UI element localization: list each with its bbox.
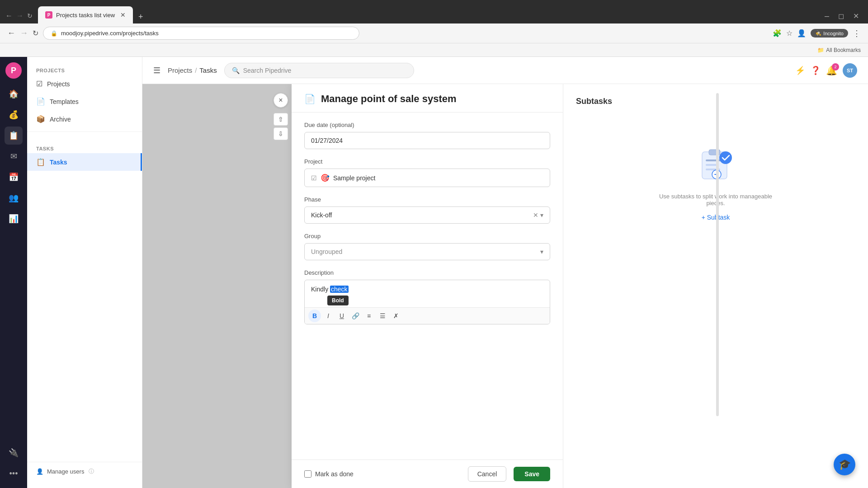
rail-icon-mail[interactable]: ✉ bbox=[5, 147, 23, 165]
url-text: moodjoy.pipedrive.com/projects/tasks bbox=[61, 30, 159, 37]
task-title-icon: 📄 bbox=[304, 94, 316, 104]
project-value: Sample project bbox=[333, 174, 375, 182]
forward-button[interactable]: → bbox=[16, 12, 24, 20]
mark-done-wrap[interactable]: Mark as done bbox=[304, 470, 354, 478]
clear-format-button[interactable]: ✗ bbox=[390, 310, 402, 322]
bold-tooltip: Bold bbox=[327, 296, 349, 305]
panel-header: 📄 Manage point of sale system bbox=[292, 84, 563, 113]
mark-done-checkbox[interactable] bbox=[304, 470, 311, 478]
subtasks-empty-state: Use subtasks to split work into manageab… bbox=[576, 115, 855, 251]
tab-close-button[interactable]: ✕ bbox=[120, 11, 126, 19]
mark-done-label: Mark as done bbox=[315, 470, 354, 478]
tasks-icon: 📋 bbox=[36, 158, 45, 166]
due-date-label: Due date (optional) bbox=[304, 122, 550, 128]
phase-select[interactable]: Kick-off ✕ ▾ bbox=[304, 206, 550, 224]
sidebar-item-projects[interactable]: ☑ Projects bbox=[27, 75, 142, 93]
rail-icon-deals[interactable]: 💰 bbox=[5, 106, 23, 124]
group-select[interactable]: Ungrouped ▾ bbox=[304, 243, 550, 260]
underline-button[interactable]: U bbox=[335, 310, 348, 322]
user-avatar[interactable]: ST bbox=[843, 63, 857, 78]
panel-close-button[interactable]: × bbox=[274, 93, 288, 108]
description-selected-text: check bbox=[330, 286, 349, 293]
sidebar-item-archive[interactable]: 📦 Archive bbox=[27, 110, 142, 128]
templates-icon: 📄 bbox=[36, 97, 45, 106]
add-subtask-button[interactable]: + Subtask bbox=[702, 214, 730, 221]
archive-icon: 📦 bbox=[36, 115, 45, 123]
breadcrumb: Projects / Tasks bbox=[168, 66, 217, 74]
rail-icon-more[interactable]: ••• bbox=[5, 465, 23, 483]
new-tab-button[interactable]: + bbox=[135, 12, 147, 22]
project-label: Project bbox=[304, 158, 550, 165]
group-dropdown-button[interactable]: ▾ bbox=[540, 248, 543, 255]
panel-scrollbar[interactable] bbox=[716, 93, 719, 416]
rail-icon-integrations[interactable]: 🔌 bbox=[5, 444, 23, 462]
restore-button[interactable]: ◻ bbox=[835, 11, 848, 21]
rail-icon-reports[interactable]: 📊 bbox=[5, 210, 23, 228]
address-bar[interactable]: 🔒 moodjoy.pipedrive.com/projects/tasks bbox=[43, 27, 359, 40]
sidebar-toggle-button[interactable]: ☰ bbox=[153, 66, 160, 75]
manage-users-link[interactable]: 👤 Manage users ⓘ bbox=[36, 468, 133, 475]
link-button[interactable]: 🔗 bbox=[349, 310, 362, 322]
ordered-list-button[interactable]: ☰ bbox=[376, 310, 389, 322]
upgrade-button[interactable]: ⚡ bbox=[795, 66, 805, 75]
pipedrive-logo[interactable]: P bbox=[5, 62, 22, 79]
task-title: Manage point of sale system bbox=[321, 93, 457, 105]
incognito-badge: 🕵 Incognito bbox=[811, 29, 848, 38]
nav-reload-button[interactable]: ↻ bbox=[33, 29, 38, 38]
subtasks-title: Subtasks bbox=[576, 97, 855, 106]
phase-value: Kick-off bbox=[311, 211, 533, 219]
panel-body: Due date (optional) Project ☑ 🎯 Sample p… bbox=[292, 113, 563, 460]
breadcrumb-projects[interactable]: Projects bbox=[168, 66, 192, 74]
description-box: Kindly check Bold B I U 🔗 ≡ ☰ bbox=[304, 280, 550, 324]
phase-dropdown-button[interactable]: ▾ bbox=[540, 211, 543, 219]
description-toolbar: B I U 🔗 ≡ ☰ ✗ bbox=[305, 307, 550, 324]
svg-point-5 bbox=[719, 151, 732, 164]
close-window-button[interactable]: ✕ bbox=[849, 11, 863, 21]
save-button[interactable]: Save bbox=[514, 467, 550, 481]
manage-users-icon: 👤 bbox=[36, 468, 43, 475]
sidebar-section-tasks: TASKS bbox=[27, 142, 142, 153]
task-detail-panel: 📄 Manage point of sale system Due date (… bbox=[292, 84, 563, 488]
cancel-button[interactable]: Cancel bbox=[468, 466, 507, 482]
header-search-bar[interactable]: 🔍 Search Pipedrive bbox=[224, 63, 414, 78]
bookmarks-bar: 📁 All Bookmarks bbox=[817, 47, 861, 53]
project-input-wrap[interactable]: ☑ 🎯 Sample project bbox=[304, 169, 550, 187]
sidebar-item-tasks[interactable]: 📋 Tasks bbox=[27, 153, 142, 171]
sidebar-bottom: 👤 Manage users ⓘ bbox=[27, 462, 142, 481]
lock-icon: 🔒 bbox=[51, 30, 57, 37]
back-button[interactable]: ← bbox=[5, 12, 13, 20]
panel-nav-up-button[interactable]: ⇧ bbox=[274, 113, 288, 126]
rail-icon-home[interactable]: 🏠 bbox=[5, 85, 23, 103]
description-content[interactable]: Kindly check Bold bbox=[305, 280, 550, 307]
rail-icon-contacts[interactable]: 👥 bbox=[5, 189, 23, 207]
bookmark-star-button[interactable]: ☆ bbox=[786, 29, 793, 38]
nav-forward-button[interactable]: → bbox=[20, 28, 28, 38]
italic-button[interactable]: I bbox=[322, 310, 335, 322]
tab-favicon: P bbox=[45, 11, 52, 19]
manage-users-info-icon: ⓘ bbox=[89, 468, 94, 475]
rail-icon-projects[interactable]: 📋 bbox=[5, 127, 23, 145]
extensions-button[interactable]: 🧩 bbox=[773, 29, 782, 38]
bold-button[interactable]: B bbox=[308, 310, 321, 322]
reload-button[interactable]: ↻ bbox=[27, 12, 33, 19]
bullet-list-button[interactable]: ≡ bbox=[363, 310, 375, 322]
incognito-icon: 🕵 bbox=[815, 30, 821, 36]
sidebar-item-templates[interactable]: 📄 Templates bbox=[27, 93, 142, 110]
subtasks-panel: Subtasks bbox=[563, 84, 868, 488]
browser-tab-active[interactable]: P Projects tasks list view ✕ bbox=[38, 6, 133, 23]
minimize-button[interactable]: – bbox=[821, 11, 833, 21]
subtasks-description: Use subtasks to split work into manageab… bbox=[657, 193, 774, 206]
nav-back-button[interactable]: ← bbox=[7, 28, 15, 38]
rail-icon-activities[interactable]: 📅 bbox=[5, 168, 23, 186]
notification-button[interactable]: 🔔 2 bbox=[826, 65, 837, 76]
panel-nav-down-button[interactable]: ⇩ bbox=[274, 127, 288, 140]
due-date-input[interactable] bbox=[304, 132, 550, 149]
profile-button[interactable]: 👤 bbox=[797, 29, 806, 38]
help-button[interactable]: ❓ bbox=[811, 66, 821, 75]
sidebar-section-projects: PROJECTS bbox=[27, 64, 142, 75]
phase-clear-button[interactable]: ✕ bbox=[533, 211, 538, 219]
icon-rail: P 🏠 💰 📋 ✉ 📅 👥 📊 🔌 ••• bbox=[0, 57, 27, 488]
help-bubble[interactable]: 🎓 bbox=[834, 454, 855, 475]
more-options-button[interactable]: ⋮ bbox=[853, 28, 861, 38]
projects-icon: ☑ bbox=[36, 80, 42, 88]
